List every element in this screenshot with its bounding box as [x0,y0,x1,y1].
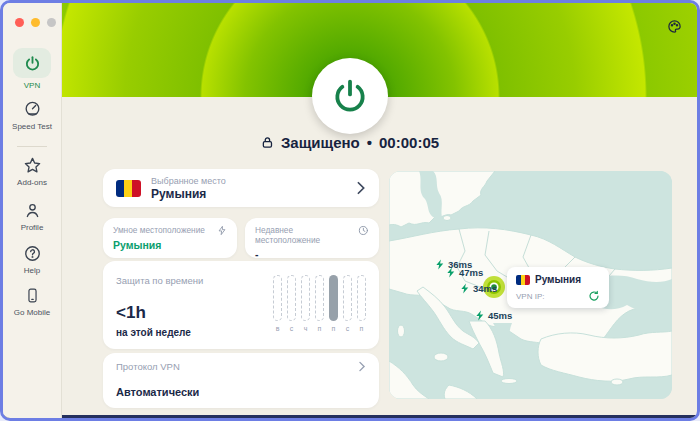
sidebar-item-profile[interactable]: Profile [3,200,61,232]
europe-map: Румыния VPN IP: 36ms47ms34ms45ms [389,171,672,399]
sidebar: VPN Speed Test Add-ons Profile [3,3,62,418]
sidebar-item-label: VPN [24,81,40,90]
bolt-icon [446,266,457,279]
spark-icon [217,225,227,236]
latency-label: 47ms [459,267,483,278]
smart-location-value: Румыния [113,239,227,251]
time-protection-subline: на этой неделе [116,327,191,338]
week-bar-active [329,275,338,321]
sidebar-item-speed-test[interactable]: Speed Test [3,99,61,131]
week-bar [357,275,366,321]
day-label: с [343,325,352,332]
recent-location-value: - [255,248,369,260]
tooltip-country: Румыния [535,274,581,285]
smart-location-card[interactable]: Умное местоположение Румыния [103,218,237,258]
chevron-right-icon [358,361,366,372]
day-label: п [357,325,366,332]
selected-location-value: Румыния [151,187,346,201]
power-icon [22,53,42,73]
sidebar-item-label: Speed Test [12,122,52,131]
lock-icon [261,135,274,150]
status-text: Защищено [281,134,360,151]
day-label: п [315,325,324,332]
minimize-window-button[interactable] [31,18,40,27]
week-bar [301,275,310,321]
palette-icon[interactable] [667,19,682,34]
bolt-icon [460,282,471,295]
person-icon [22,200,42,220]
tooltip-ip-label: VPN IP: [516,292,544,301]
chevron-right-icon [356,181,366,195]
week-bar [343,275,352,321]
smart-location-label: Умное местоположение [113,225,205,235]
day-label: с [287,325,296,332]
week-bar [273,275,282,321]
latency-pin: 47ms [446,266,483,279]
recent-location-label: Недавнее местоположение [255,225,358,245]
vpn-protocol-card[interactable]: Протокол VPN Автоматически [103,353,379,408]
power-icon [331,77,369,115]
bolt-icon [475,309,486,322]
clock-icon [358,225,369,236]
time-protection-card: Защита по времени <1h на этой неделе всч… [103,261,379,349]
zoom-window-button[interactable] [47,18,56,27]
sidebar-item-label: Add-ons [17,178,47,187]
week-labels: всчппсп [273,325,366,332]
refresh-ip-icon[interactable] [588,290,600,302]
sidebar-item-label: Profile [21,223,44,232]
sidebar-item-add-ons[interactable]: Add-ons [3,155,61,187]
close-window-button[interactable] [15,18,24,27]
protocol-label: Протокол VPN [116,361,180,372]
time-protection-headline: <1h [116,303,146,323]
disconnect-power-button[interactable] [312,58,388,134]
sidebar-item-vpn[interactable]: VPN [3,48,61,90]
protocol-value: Автоматически [116,386,199,398]
server-tooltip: Румыния VPN IP: [507,267,609,308]
romania-flag [516,275,530,285]
star-icon [22,155,42,175]
week-bar [287,275,296,321]
status-separator: • [367,134,372,151]
question-icon [22,243,42,263]
status-timer: 00:00:05 [379,134,439,151]
latency-label: 34ms [473,283,497,294]
week-bars [273,275,366,321]
main-area: Защищено • 00:00:05 Выбранное место Румы… [61,3,697,418]
day-label: в [273,325,282,332]
selected-location-label: Выбранное место [151,176,346,186]
latency-pin: 45ms [475,309,512,322]
sidebar-item-help[interactable]: Help [3,243,61,275]
app-window: VPN Speed Test Add-ons Profile [0,0,700,421]
time-protection-label: Защита по времени [116,275,203,286]
phone-icon [22,285,42,305]
sidebar-divider [17,146,47,147]
connection-status: Защищено • 00:00:05 [261,134,439,151]
romania-flag [116,180,141,197]
recent-location-card[interactable]: Недавнее местоположение - [245,218,379,258]
week-bar [315,275,324,321]
latency-label: 45ms [488,310,512,321]
selected-location-card[interactable]: Выбранное место Румыния [103,169,379,207]
speedometer-icon [22,99,42,119]
bolt-icon [435,258,446,271]
window-controls [15,18,56,27]
day-label: п [329,325,338,332]
day-label: ч [301,325,310,332]
latency-pin: 34ms [460,282,497,295]
sidebar-item-label: Go Mobile [14,308,50,317]
sidebar-item-go-mobile[interactable]: Go Mobile [3,285,61,317]
sidebar-item-label: Help [24,266,40,275]
